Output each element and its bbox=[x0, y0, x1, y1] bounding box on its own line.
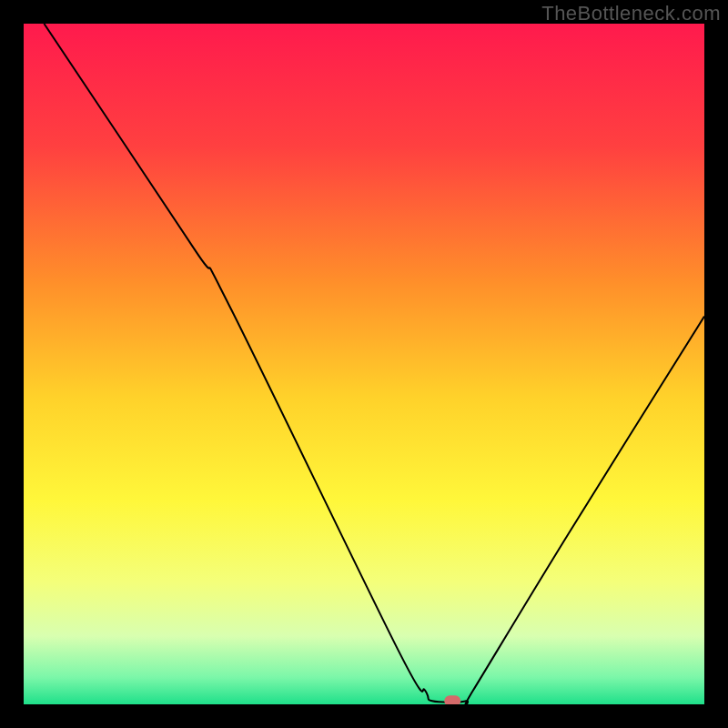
watermark-text: TheBottleneck.com bbox=[541, 2, 721, 25]
plot-area bbox=[24, 24, 704, 704]
chart-svg bbox=[24, 24, 704, 704]
chart-frame: TheBottleneck.com bbox=[0, 0, 728, 728]
minimum-marker bbox=[444, 695, 460, 704]
gradient-rect bbox=[24, 24, 704, 704]
